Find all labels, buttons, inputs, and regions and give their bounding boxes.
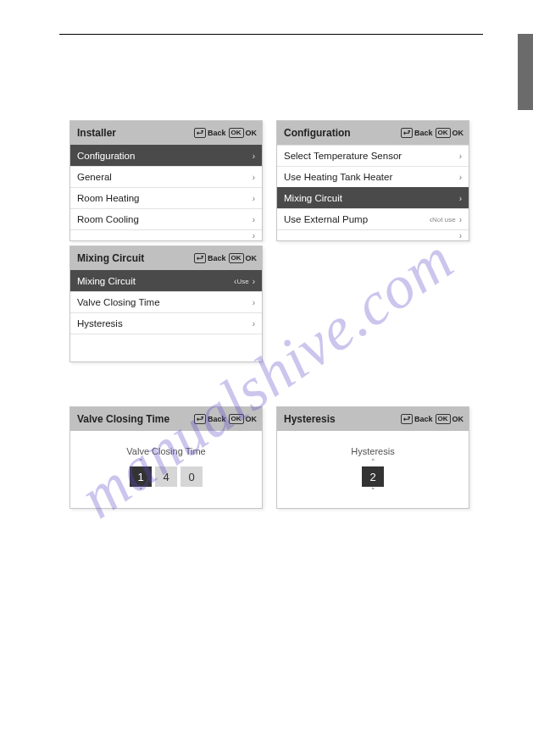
spinner-label: Valve Closing Time	[70, 446, 262, 456]
panel-head-valve: Valve Closing Time ⮐Back OKOK	[70, 407, 262, 431]
panel-hysteresis: Hysteresis ⮐Back OKOK Hysteresis ˄ 2 ˅	[276, 406, 469, 509]
chevron-down-icon: ˅	[139, 487, 143, 495]
spinner-label: Hysteresis	[277, 446, 469, 456]
ok-button[interactable]: OKOK	[436, 128, 464, 138]
ok-button[interactable]: OKOK	[229, 128, 258, 138]
spinner-digit-0[interactable]: ˄ 1 ˅	[130, 458, 152, 495]
chevron-right-icon: ›	[459, 194, 462, 203]
panel-valve-closing: Valve Closing Time ⮐Back OKOK Valve Clos…	[69, 406, 263, 509]
chevron-right-icon: ›	[253, 152, 255, 161]
back-button[interactable]: ⮐Back	[401, 128, 433, 138]
chevron-right-icon: ›	[253, 194, 255, 203]
spinner-digit-0[interactable]: ˄ 2 ˅	[362, 458, 384, 495]
spinner-digit-1[interactable]: ˄ 4 ˅	[155, 458, 177, 495]
menu-item-external-pump[interactable]: Use External Pump‹Not use›	[277, 208, 469, 229]
digit-cell: 0	[180, 466, 203, 487]
spinner-digit-2[interactable]: ˄ 0 ˅	[180, 458, 203, 495]
panel-title: Installer	[77, 127, 192, 139]
panel-head-installer: Installer ⮐Back OKOK	[70, 121, 262, 145]
panel-mixing-circuit: Mixing Circuit ⮐Back OKOK Mixing Circuit…	[69, 246, 263, 362]
chevron-right-icon: ›	[459, 215, 462, 224]
spinner-row: ˄ 1 ˅ ˄ 4 ˅ ˄ 0 ˅	[70, 458, 262, 495]
chevron-up-icon: ˄	[139, 458, 143, 466]
panel-head-mixing: Mixing Circuit ⮐Back OKOK	[70, 246, 262, 270]
menu-item-partial[interactable]: ›	[277, 229, 469, 240]
panel-blank	[70, 334, 262, 361]
side-tab	[518, 34, 533, 110]
digit-cell: 1	[130, 466, 152, 487]
back-button[interactable]: ⮐Back	[194, 253, 226, 263]
chevron-right-icon: ›	[459, 173, 462, 182]
chevron-right-icon: ›	[253, 215, 255, 224]
chevron-right-icon: ›	[253, 319, 255, 328]
menu-item-room-cooling[interactable]: Room Cooling›	[70, 208, 262, 229]
back-button[interactable]: ⮐Back	[194, 414, 226, 424]
chevron-down-icon: ˅	[371, 487, 375, 495]
panel-configuration: Configuration ⮐Back OKOK Select Temperat…	[276, 120, 469, 241]
panel-title: Mixing Circuit	[77, 252, 192, 264]
menu-item-select-sensor[interactable]: Select Temperature Sensor›	[277, 145, 469, 166]
ok-button[interactable]: OKOK	[229, 414, 258, 424]
chevron-right-icon: ›	[253, 298, 255, 307]
chevron-right-icon: ›	[459, 152, 462, 161]
digit-cell: 4	[155, 466, 177, 487]
back-button[interactable]: ⮐Back	[194, 128, 226, 138]
page-divider	[59, 34, 483, 35]
panel-head-hysteresis: Hysteresis ⮐Back OKOK	[277, 407, 469, 431]
chevron-right-icon: ›	[459, 231, 462, 240]
panel-installer: Installer ⮐Back OKOK Configuration› Gene…	[69, 120, 263, 241]
spinner-row: ˄ 2 ˅	[277, 458, 469, 495]
menu-item-general[interactable]: General›	[70, 166, 262, 187]
panel-head-configuration: Configuration ⮐Back OKOK	[277, 121, 469, 145]
chevron-right-icon: ›	[253, 173, 255, 182]
chevron-up-icon: ˄	[371, 458, 375, 466]
back-button[interactable]: ⮐Back	[401, 414, 433, 424]
panel-title: Hysteresis	[284, 413, 398, 425]
menu-item-partial[interactable]: ›	[70, 229, 262, 240]
ok-button[interactable]: OKOK	[436, 414, 464, 424]
chevron-right-icon: ›	[253, 231, 255, 240]
menu-item-hysteresis[interactable]: Hysteresis›	[70, 312, 262, 334]
chevron-right-icon: ›	[253, 277, 255, 286]
menu-item-room-heating[interactable]: Room Heating›	[70, 187, 262, 208]
menu-item-configuration[interactable]: Configuration›	[70, 145, 262, 166]
panel-title: Configuration	[284, 127, 398, 139]
digit-cell: 2	[362, 466, 384, 487]
menu-item-use-heating-tank[interactable]: Use Heating Tank Heater›	[277, 166, 469, 187]
menu-item-mixing-circuit[interactable]: Mixing Circuit‹Use›	[70, 270, 262, 291]
ok-button[interactable]: OKOK	[229, 253, 258, 263]
panel-title: Valve Closing Time	[77, 413, 192, 425]
menu-item-valve-closing[interactable]: Valve Closing Time›	[70, 291, 262, 312]
menu-item-mixing-circuit[interactable]: Mixing Circuit›	[277, 187, 469, 208]
